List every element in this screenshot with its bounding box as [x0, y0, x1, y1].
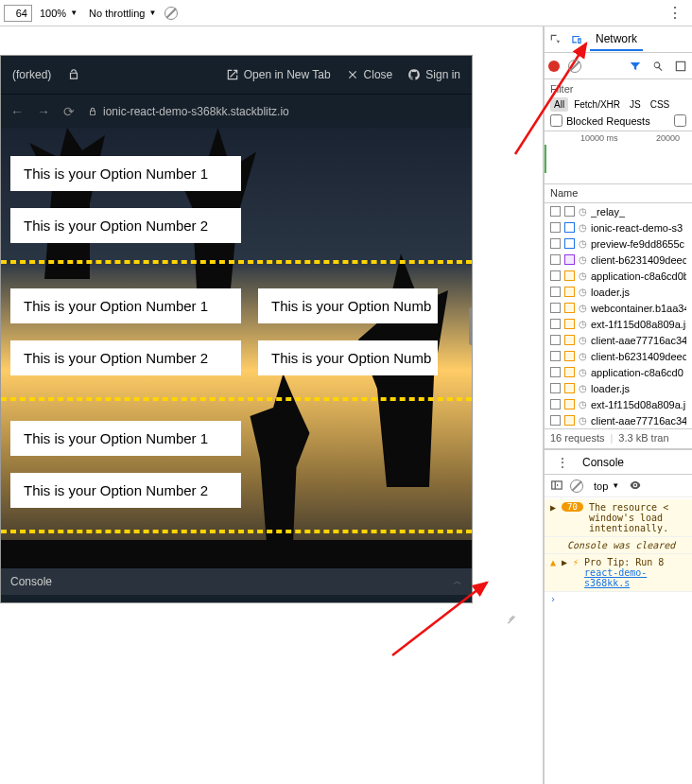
request-checkbox[interactable] [550, 222, 561, 233]
sidebar-toggle-icon[interactable] [550, 479, 563, 494]
request-checkbox[interactable] [550, 367, 561, 377]
request-row[interactable]: ◷client-aae77716ac34 [545, 412, 692, 428]
request-checkbox[interactable] [550, 383, 561, 393]
request-checkbox[interactable] [550, 270, 561, 281]
request-checkbox[interactable] [550, 238, 561, 249]
request-checkbox[interactable] [550, 254, 561, 265]
message-link[interactable]: react-demo-s368kk.s [584, 567, 647, 588]
chip-css[interactable]: CSS [647, 97, 674, 112]
live-expression-icon[interactable] [629, 479, 642, 494]
rotate-icon[interactable] [164, 6, 179, 21]
option-item[interactable]: This is your Option Number 1 [10, 288, 241, 323]
console-message[interactable]: ▲ ▶ ⚡ Pro Tip: Run 8 react-demo-s368kk.s [545, 554, 692, 592]
request-row[interactable]: ◷_relay_ [545, 203, 692, 219]
lock-open-icon[interactable] [66, 67, 81, 82]
chip-all[interactable]: All [550, 97, 568, 112]
network-tab[interactable]: Network [590, 28, 643, 51]
request-type-icon [564, 254, 575, 265]
console-message[interactable]: ▶ 70 The resource < window's load intent… [545, 499, 692, 537]
console-label: Console [10, 575, 52, 588]
request-type-icon [564, 238, 575, 249]
clock-icon: ◷ [579, 335, 587, 345]
close-label: Close [364, 68, 393, 81]
chip-fetch[interactable]: Fetch/XHR [570, 97, 624, 112]
search-button[interactable] [650, 59, 666, 74]
settings-square-icon[interactable] [673, 59, 688, 74]
option-item[interactable]: This is your Option Numb [258, 288, 438, 323]
warning-icon: ▲ [550, 557, 556, 567]
throttling-dropdown[interactable]: No throttling ▼ [85, 6, 160, 21]
height-input[interactable] [4, 5, 32, 22]
clear-button[interactable] [567, 59, 582, 74]
request-row[interactable]: ◷application-c8a6cd0b6 [545, 268, 692, 284]
zoom-dropdown[interactable]: 100% ▼ [36, 6, 81, 21]
clock-icon: ◷ [579, 383, 587, 393]
kebab-menu[interactable]: ⋮ [662, 4, 688, 22]
record-button[interactable] [548, 61, 560, 72]
clock-icon: ◷ [579, 351, 587, 361]
app-viewport[interactable]: This is your Option Number 1 This is you… [1, 128, 472, 568]
scope-dropdown[interactable]: top ▼ [590, 479, 623, 494]
expand-icon[interactable]: ▶ [562, 557, 567, 567]
resize-handle[interactable] [503, 609, 516, 622]
request-name: ionic-react-demo-s3 [591, 222, 683, 234]
request-type-icon [564, 206, 575, 217]
request-checkbox[interactable] [550, 319, 561, 329]
clear-console-button[interactable] [569, 479, 584, 494]
chip-js[interactable]: JS [626, 97, 645, 112]
console-prompt[interactable]: › [545, 592, 692, 606]
console-subbar: top ▼ [545, 475, 692, 497]
request-type-icon [564, 383, 575, 393]
request-row[interactable]: ◷client-b6231409deec [545, 348, 692, 364]
request-checkbox[interactable] [550, 287, 561, 297]
option-item[interactable]: This is your Option Number 2 [10, 208, 241, 243]
sign-in-button[interactable]: Sign in [407, 68, 460, 81]
network-toolbar [545, 53, 692, 79]
back-button[interactable]: ← [10, 104, 24, 119]
request-checkbox[interactable] [550, 303, 561, 313]
inspect-element-icon[interactable] [548, 32, 563, 47]
timeline-marker [545, 145, 546, 173]
console-menu[interactable]: ⋮ [550, 455, 575, 470]
request-row[interactable]: ◷application-c8a6cd0 [545, 364, 692, 380]
request-checkbox[interactable] [550, 351, 561, 361]
option-item[interactable]: This is your Option Number 2 [10, 473, 241, 508]
request-row[interactable]: ◷webcontainer.b1aa34a [545, 300, 692, 316]
preview-console-toggle[interactable]: Console ︿ [1, 568, 472, 595]
option-item[interactable]: This is your Option Number 2 [10, 340, 241, 375]
option-group-1: This is your Option Number 1 This is you… [10, 156, 241, 260]
console-message[interactable]: Console was cleared [545, 537, 692, 554]
open-new-tab-button[interactable]: Open in New Tab [226, 68, 331, 81]
request-row[interactable]: ◷client-aae77716ac34a.j [545, 332, 692, 348]
filter-toggle[interactable] [628, 59, 643, 74]
request-row[interactable]: ◷ext-1f115d08a809a.js [545, 316, 692, 332]
request-checkbox[interactable] [550, 415, 561, 426]
request-row[interactable]: ◷loader.js [545, 380, 692, 396]
request-checkbox[interactable] [550, 399, 561, 409]
request-row[interactable]: ◷loader.js [545, 284, 692, 300]
option-item[interactable]: This is your Option Number 1 [10, 421, 241, 456]
console-header: ⋮ Console [545, 450, 692, 475]
close-button[interactable]: Close [346, 68, 393, 81]
expand-icon[interactable]: ▶ [550, 502, 556, 513]
blocked-checkbox[interactable] [550, 114, 562, 127]
option-item[interactable]: This is your Option Number 1 [10, 156, 241, 191]
open-new-tab-label: Open in New Tab [244, 68, 331, 81]
extra-checkbox[interactable] [674, 114, 686, 127]
reload-button[interactable]: ⟳ [63, 104, 75, 119]
forward-button[interactable]: → [37, 104, 50, 119]
url-bar[interactable]: ionic-react-demo-s368kk.stackblitz.io [88, 105, 289, 118]
timeline[interactable]: 10000 ms 20000 [545, 131, 692, 184]
request-row[interactable]: ◷ext-1f115d08a809a.j [545, 396, 692, 412]
option-item[interactable]: This is your Option Numb [258, 340, 438, 375]
preview-frame: (forked) Open in New Tab Close [0, 55, 473, 603]
preview-navbar: ← → ⟳ ionic-react-demo-s368kk.stackblitz… [1, 94, 472, 128]
scroll-indicator[interactable] [469, 307, 472, 345]
request-row[interactable]: ◷ionic-react-demo-s3 [545, 219, 692, 235]
request-row[interactable]: ◷preview-fe9dd8655c [545, 235, 692, 252]
requests-header[interactable]: Name [545, 184, 692, 203]
device-toggle-icon[interactable] [569, 32, 584, 47]
request-row[interactable]: ◷client-b6231409deec [545, 252, 692, 268]
request-checkbox[interactable] [550, 206, 561, 217]
request-checkbox[interactable] [550, 335, 561, 345]
